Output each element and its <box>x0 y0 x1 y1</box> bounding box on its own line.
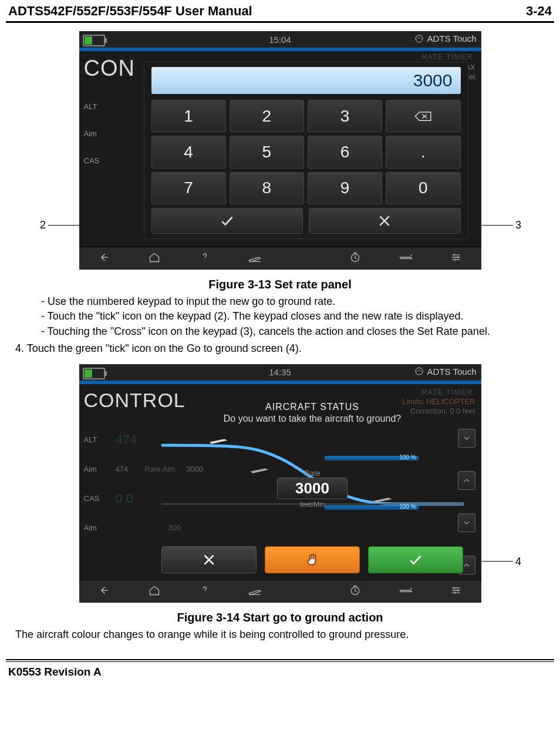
nav-help-button[interactable] <box>187 251 222 266</box>
battery-icon <box>83 368 105 379</box>
figure-3-14: 4 14:35 ADTS Touch RATE TIMER CONTROL Li… <box>6 364 554 609</box>
nav-help-button[interactable] <box>187 584 222 599</box>
nav-ground-button[interactable] <box>237 584 272 599</box>
instr-line-3: - Touching the "Cross" icon on the keypa… <box>6 325 554 338</box>
backspace-icon <box>414 110 433 123</box>
footer-rule-2 <box>6 661 554 662</box>
dialog-buttons <box>161 546 464 573</box>
tick-icon <box>408 552 423 567</box>
instr-line-1: - Use the numbered keypad to input the n… <box>6 295 554 308</box>
nav-settings-button[interactable] <box>438 584 474 599</box>
rate-label: Rate <box>277 469 348 478</box>
dialog-title: AIRCRAFT STATUS <box>161 402 464 412</box>
plane-land-icon <box>248 584 262 596</box>
nav-plane-button[interactable] <box>388 584 423 599</box>
nav-timer-button[interactable] <box>338 584 373 599</box>
home-icon <box>147 584 161 596</box>
rate-unit: feet/Min <box>277 500 348 509</box>
nav-timer-button[interactable] <box>338 251 373 266</box>
footer-rev: K0553 Revision A <box>6 664 554 680</box>
key-8[interactable]: 8 <box>230 172 304 204</box>
instr-line-2: - Touch the "tick" icon on the keypad (2… <box>6 310 554 323</box>
instr-line-4: 4. Touch the green "tick" icon on the Go… <box>6 342 554 355</box>
ground-screenshot: 14:35 ADTS Touch RATE TIMER CONTROL Limi… <box>79 364 481 603</box>
key-dot[interactable]: . <box>386 136 460 168</box>
hand-icon <box>305 552 320 567</box>
keypad-panel: 3000 1 2 3 4 5 6 . 7 8 9 <box>144 62 468 239</box>
status-bar: 15:04 ADTS Touch <box>79 31 481 48</box>
plane-icon <box>399 584 413 596</box>
clock-icon <box>348 584 362 596</box>
nav-settings-button[interactable] <box>438 251 474 266</box>
battery-icon <box>83 35 105 46</box>
cross-icon <box>201 552 217 567</box>
cross-icon <box>377 213 392 229</box>
nav-plane-button[interactable] <box>388 251 423 266</box>
nav-ground-button[interactable] <box>237 251 272 266</box>
page-number: 3-24 <box>526 4 552 19</box>
brand-label: ADTS Touch <box>414 367 477 377</box>
side-labels: ALT Aim CAS <box>84 93 100 174</box>
tick-icon <box>220 213 235 229</box>
key-2[interactable]: 2 <box>230 100 304 132</box>
keypad-display: 3000 <box>151 67 461 94</box>
plane-icon <box>399 251 413 263</box>
callout-3: 3 <box>515 219 521 231</box>
sliders-icon <box>449 584 463 596</box>
sliders-icon <box>449 251 463 263</box>
figure-3-13-caption: Figure 3-13 Set rate panel <box>6 278 554 291</box>
svg-point-2 <box>416 368 423 375</box>
status-bar: 14:35 ADTS Touch <box>79 364 481 381</box>
manual-title: ADTS542F/552F/553F/554F User Manual <box>8 4 252 19</box>
nav-back-button[interactable] <box>86 251 122 266</box>
home-icon <box>147 251 161 263</box>
clock-icon <box>348 251 362 263</box>
figure-3-14-caption: Figure 3-14 Start go to ground action <box>6 611 554 624</box>
key-9[interactable]: 9 <box>308 172 382 204</box>
ge-logo-icon <box>414 367 424 376</box>
key-6[interactable]: 6 <box>308 136 382 168</box>
brand-label: ADTS Touch <box>414 33 477 43</box>
key-7[interactable]: 7 <box>151 172 226 204</box>
key-backspace[interactable] <box>386 100 460 132</box>
alt-progress-bar: 100 % <box>325 456 419 461</box>
dialog-confirm-button[interactable] <box>368 546 463 573</box>
keypad-screenshot: 15:04 ADTS Touch RATE TIMER CON nits: MA… <box>79 31 481 270</box>
key-1[interactable]: 1 <box>151 100 226 132</box>
footer-rule-1 <box>6 659 554 660</box>
nav-home-button[interactable] <box>137 584 172 599</box>
clock: 15:04 <box>269 35 291 45</box>
rate-box[interactable]: Rate 3000 feet/Min <box>277 469 348 509</box>
back-icon <box>97 251 111 263</box>
aircraft-status-dialog: AIRCRAFT STATUS Do you want to take the … <box>161 402 464 573</box>
ge-logo-icon <box>414 34 424 43</box>
keypad-confirm-button[interactable] <box>151 208 303 234</box>
dialog-subtitle: Do you want to take the aircraft to grou… <box>161 414 464 424</box>
keypad-cancel-button[interactable] <box>309 208 461 234</box>
rate-value: 3000 <box>277 478 348 499</box>
key-0[interactable]: 0 <box>386 172 460 204</box>
control-mode-label: CON <box>84 56 135 81</box>
figure-3-13: 2 3 15:04 ADTS Touch RATE TIMER CON nits… <box>6 31 554 275</box>
key-5[interactable]: 5 <box>230 136 304 168</box>
help-icon <box>198 584 212 596</box>
keypad-grid: 1 2 3 4 5 6 . 7 8 9 0 <box>151 100 461 204</box>
dialog-hold-button[interactable] <box>265 546 360 573</box>
key-3[interactable]: 3 <box>308 100 382 132</box>
descent-curve: 100 % 100 % Rate 3000 feet/Min <box>161 428 464 516</box>
callout-4: 4 <box>515 556 521 568</box>
dialog-cancel-button[interactable] <box>161 546 257 573</box>
rate-timer-label: RATE TIMER <box>421 52 473 61</box>
progress-bar <box>79 381 481 384</box>
clock: 14:35 <box>269 367 291 377</box>
header-rule <box>6 21 554 23</box>
bottom-nav <box>79 247 481 270</box>
rate-timer-label: RATE TIMER <box>421 388 473 397</box>
callout-2: 2 <box>40 219 46 231</box>
key-4[interactable]: 4 <box>151 136 226 168</box>
nav-home-button[interactable] <box>137 251 172 266</box>
nav-back-button[interactable] <box>86 584 122 599</box>
bottom-nav <box>79 580 481 603</box>
svg-point-0 <box>416 35 423 42</box>
back-icon <box>97 584 111 596</box>
